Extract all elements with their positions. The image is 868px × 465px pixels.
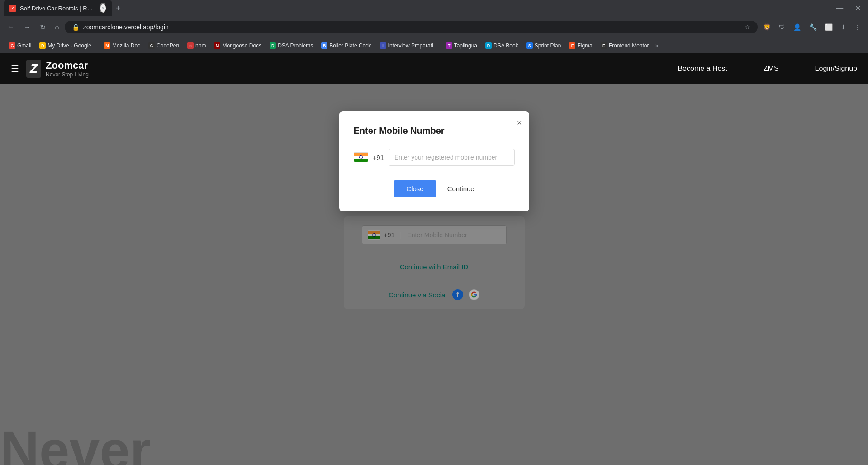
bookmark-dsabook[interactable]: D DSA Book [482,41,522,50]
bookmark-codepen[interactable]: C CodePen [145,41,183,50]
extensions-icon[interactable]: 🔧 [806,21,821,33]
navbar-menu: Become a Host ZMS Login/Signup [678,65,857,73]
bookmark-gmail[interactable]: G Gmail [5,41,35,50]
home-button[interactable]: ⌂ [51,20,63,34]
bookmark-dsa[interactable]: D DSA Problems [266,41,317,50]
bookmark-label: Mozilla Doc [112,42,140,49]
mobile-number-input[interactable] [389,149,515,166]
bookmark-star-icon[interactable]: ☆ [745,23,750,31]
back-button[interactable]: ← [4,20,18,34]
tab-title: Self Drive Car Rentals | Rent a Ca... [20,5,96,12]
modal-overlay: Enter Mobile Number × +91 Close Con [0,84,868,465]
lock-icon: 🔒 [72,23,80,31]
interview-favicon: I [380,42,386,49]
close-button[interactable]: Close [394,180,436,197]
tab-bar: Z Self Drive Car Rentals | Rent a Ca... … [0,0,868,16]
bookmark-mozilla[interactable]: M Mozilla Doc [100,41,144,50]
continue-button[interactable]: Continue [447,185,474,193]
more-bookmarks[interactable]: » [655,42,658,49]
mozilla-favicon: M [104,42,110,49]
profile-icon[interactable]: 👤 [790,21,805,33]
tab-close-button[interactable]: × [100,3,107,14]
login-signup-link[interactable]: Login/Signup [815,65,857,73]
bookmark-label: My Drive - Google... [47,42,96,49]
logo-container: Z [26,60,41,78]
address-bar-container[interactable]: 🔒 ☆ [65,21,758,33]
site-navbar: ☰ Z Zoomcar Never Stop Living Become a H… [0,53,868,84]
mongoose-favicon: M [214,42,220,49]
brand-name: Zoomcar [46,60,89,71]
bookmark-label: Boiler Plate Code [329,42,371,49]
bookmark-label: CodePen [157,42,179,49]
modal-buttons: Close Continue [354,180,515,197]
modal-input-row: +91 [354,149,515,166]
logo-text-block: Zoomcar Never Stop Living [46,60,89,78]
bookmark-label: Sprint Plan [535,42,561,49]
bookmark-label: Frontend Mentor [609,42,649,49]
dsabook-favicon: D [485,42,492,49]
bookmark-boiler[interactable]: B Boiler Plate Code [318,41,375,50]
boiler-favicon: B [321,42,327,49]
modal-close-button[interactable]: × [517,118,522,128]
main-background: Enter details to Login +91 | Enter Mobil… [0,84,868,465]
become-host-link[interactable]: Become a Host [678,65,727,73]
address-input[interactable] [83,23,741,31]
bookmark-interview[interactable]: I Interview Preparati... [376,41,441,50]
gmail-favicon: G [9,42,15,49]
bookmark-mongoose[interactable]: M Mongoose Docs [210,41,265,50]
minimize-button[interactable]: — [836,4,843,12]
bookmark-figma[interactable]: F Figma [565,41,596,50]
reload-button[interactable]: ↻ [36,20,49,34]
page-wrapper: ☰ Z Zoomcar Never Stop Living Become a H… [0,53,868,465]
drive-favicon: D [39,42,46,49]
sprint-favicon: S [526,42,533,49]
dsa-favicon: D [270,42,276,49]
bookmark-taplingua[interactable]: T Taplingua [442,41,481,50]
bookmark-sprint[interactable]: S Sprint Plan [523,41,565,50]
bookmark-label: DSA Problems [278,42,313,49]
sidebar-toggle[interactable]: ⬜ [821,21,836,33]
figma-favicon: F [569,42,575,49]
bookmark-frontend[interactable]: F Frontend Mentor [597,41,653,50]
shields-icon[interactable]: 🛡 [775,21,789,33]
browser-window: Z Self Drive Car Rentals | Rent a Ca... … [0,0,868,465]
navbar-left: ☰ Z Zoomcar Never Stop Living [11,60,678,78]
navigation-bar: ← → ↻ ⌂ 🔒 ☆ 🦁 🛡 👤 🔧 ⬜ ⬇ ⋮ [0,16,868,38]
logo-z-letter: Z [30,61,38,76]
modal-title: Enter Mobile Number [354,126,515,136]
bookmark-label: Gmail [17,42,31,49]
nav-actions: 🦁 🛡 👤 🔧 ⬜ ⬇ ⋮ [759,21,864,33]
hamburger-menu[interactable]: ☰ [11,63,19,74]
maximize-button[interactable]: □ [847,4,851,12]
bookmark-label: Interview Preparati... [388,42,438,49]
taplingua-favicon: T [446,42,452,49]
bookmark-drive[interactable]: D My Drive - Google... [36,41,100,50]
bookmark-label: Mongoose Docs [222,42,261,49]
npm-favicon: n [187,42,194,49]
new-tab-button[interactable]: + [112,2,124,15]
more-menu-button[interactable]: ⋮ [851,21,864,33]
brave-icon[interactable]: 🦁 [759,21,774,33]
tab-favicon: Z [9,5,16,12]
bookmark-label: npm [195,42,206,49]
close-window-button[interactable]: ✕ [855,4,861,13]
bookmark-label: Figma [577,42,592,49]
modal-country-code: +91 [373,154,384,161]
modal-flag [354,152,368,162]
bookmark-label: Taplingua [454,42,477,49]
zms-link[interactable]: ZMS [764,65,779,73]
codepen-favicon: C [148,42,155,49]
active-tab[interactable]: Z Self Drive Car Rentals | Rent a Ca... … [4,0,112,16]
forward-button[interactable]: → [20,20,34,34]
bookmark-npm[interactable]: n npm [184,41,209,50]
tagline: Never Stop Living [46,71,89,78]
frontend-favicon: F [601,42,607,49]
bookmarks-bar: G Gmail D My Drive - Google... M Mozilla… [0,38,868,53]
enter-mobile-modal: Enter Mobile Number × +91 Close Con [339,111,529,211]
site-logo: Z Zoomcar Never Stop Living [26,60,678,78]
bookmark-label: DSA Book [493,42,518,49]
downloads-icon[interactable]: ⬇ [837,21,850,33]
